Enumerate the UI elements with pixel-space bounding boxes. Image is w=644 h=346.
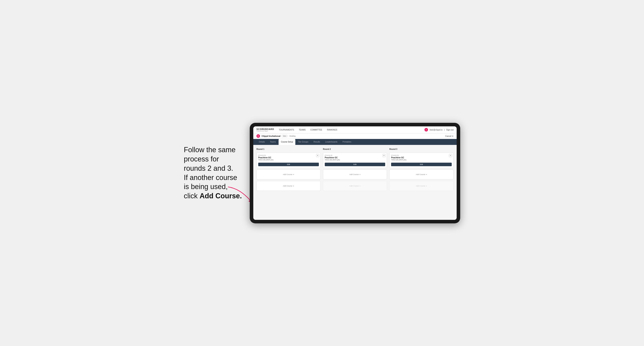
round-1-course-detail: Yellow (M) (6629 yds) (258, 159, 319, 161)
nav-rankings[interactable]: RANKINGS (326, 129, 338, 131)
tab-teams[interactable]: Teams (268, 139, 278, 145)
instruction-section: Follow the same process for rounds 2 and… (184, 145, 242, 201)
tab-printables[interactable]: Printables (340, 139, 354, 145)
round-1-course-card: (Course A) Peachtree GC Yellow (M) (6629… (256, 153, 320, 168)
nav-tournaments[interactable]: TOURNAMENTS (278, 129, 295, 131)
round-1-column: Round 1 (Course A) Peachtree GC Yellow (… (256, 148, 320, 191)
round-3-course-card: (Course A) Peachtree GC Yellow (M) (6629… (389, 153, 454, 168)
hosting-label: Hosting (290, 135, 296, 137)
round-1-add-course-label: Add Course (283, 173, 292, 175)
page-wrapper: Follow the same process for rounds 2 and… (184, 123, 460, 223)
nav-committee[interactable]: COMMITTEE (310, 129, 323, 131)
round-2-add-course-label: Add Course (350, 173, 359, 175)
round-1-label: Round 1 (256, 148, 320, 150)
tournament-badge: Men (282, 135, 288, 137)
nav-links: TOURNAMENTS TEAMS COMMITTEE RANKINGS (278, 129, 424, 131)
logo-area: SCOREBOARD Powered by clippd (256, 128, 274, 132)
round-2-course-detail: Yellow (M) (6629 yds) (325, 159, 385, 161)
round-1-add-course-label-2: Add Course (283, 185, 292, 187)
tabs-bar: Details Teams Course Setup Tee Groups Re… (253, 139, 457, 145)
round-3-add-plus-icon: + (426, 173, 427, 176)
round-2-add-plus-icon-2: + (359, 185, 360, 187)
round-2-edit-button[interactable]: Edit (325, 163, 385, 166)
round-1-add-plus-icon: + (293, 173, 294, 176)
tab-tee-groups[interactable]: Tee Groups (296, 139, 311, 145)
round-2-add-course[interactable]: Add Course + (323, 170, 387, 179)
round-1-add-plus-icon-2: + (293, 185, 294, 187)
round-2-add-plus-icon: + (359, 173, 360, 176)
round-1-add-course-2[interactable]: Add Course + (256, 181, 320, 191)
add-course-emphasis: Add Course. (200, 192, 242, 200)
round-3-delete-button[interactable]: ✕ (449, 154, 452, 157)
logo-subtitle: Powered by clippd (256, 130, 274, 132)
tournament-logo: C (256, 134, 260, 138)
tab-leaderboards[interactable]: Leaderboards (323, 139, 340, 145)
round-2-add-course-label-2: Add Course (350, 185, 359, 187)
tablet-frame: SCOREBOARD Powered by clippd TOURNAMENTS… (250, 123, 460, 223)
round-3-add-course-2: Add Course + (389, 181, 454, 191)
tab-details[interactable]: Details (256, 139, 267, 145)
round-3-edit-button[interactable]: Edit (391, 163, 452, 166)
tab-course-setup[interactable]: Course Setup (278, 139, 295, 145)
cancel-button[interactable]: Cancel ✕ (445, 135, 454, 137)
separator: | (444, 129, 445, 131)
round-3-course-header: (Course A) (391, 154, 452, 156)
round-3-column: Round 3 (Course A) Peachtree GC Yellow (… (389, 148, 454, 191)
round-2-column: Round 2 (Course A) Peachtree GC Yellow (… (323, 148, 387, 191)
round-3-add-course-label: Add Course (416, 173, 425, 175)
round-2-course-card: (Course A) Peachtree GC Yellow (M) (6629… (323, 153, 387, 168)
instruction-text: Follow the same process for rounds 2 and… (184, 145, 242, 201)
round-3-course-detail: Yellow (M) (6629 yds) (391, 159, 452, 161)
tablet-screen: SCOREBOARD Powered by clippd TOURNAMENTS… (253, 126, 457, 220)
round-2-label: Round 2 (323, 148, 387, 150)
round-1-edit-button[interactable]: Edit (258, 163, 319, 166)
top-nav-right: B blair@clippd.io | Sign out (424, 128, 454, 132)
round-2-delete-button[interactable]: ✕ (382, 154, 386, 157)
round-3-course-name: Peachtree GC (391, 157, 452, 159)
tab-results[interactable]: Results (311, 139, 322, 145)
nav-teams[interactable]: TEAMS (298, 129, 306, 131)
round-3-add-course-label-2: Add Course (416, 185, 425, 187)
round-2-course-header: (Course A) (325, 154, 385, 156)
round-1-delete-button[interactable]: ✕ (316, 154, 319, 157)
user-avatar: B (424, 128, 428, 132)
user-email: blair@clippd.io (430, 129, 443, 131)
round-2-add-course-2: Add Course + (323, 181, 387, 191)
content-area: Round 1 (Course A) Peachtree GC Yellow (… (253, 145, 457, 220)
round-1-course-name: Peachtree GC (258, 157, 319, 159)
round-1-course-header: (Course A) (258, 154, 319, 156)
tournament-name: Clippd Invitational (262, 135, 280, 137)
rounds-grid: Round 1 (Course A) Peachtree GC Yellow (… (256, 148, 454, 191)
round-3-add-course[interactable]: Add Course + (389, 170, 454, 179)
round-1-add-course[interactable]: Add Course + (256, 170, 320, 179)
round-3-label: Round 3 (389, 148, 454, 150)
round-2-course-name: Peachtree GC (325, 157, 385, 159)
top-nav: SCOREBOARD Powered by clippd TOURNAMENTS… (253, 126, 457, 134)
round-3-add-plus-icon-2: + (426, 185, 427, 187)
logo-title: SCOREBOARD (256, 128, 274, 130)
sign-out-link[interactable]: Sign out (446, 129, 454, 131)
tournament-bar: C Clippd Invitational Men Hosting Cancel… (253, 134, 457, 139)
